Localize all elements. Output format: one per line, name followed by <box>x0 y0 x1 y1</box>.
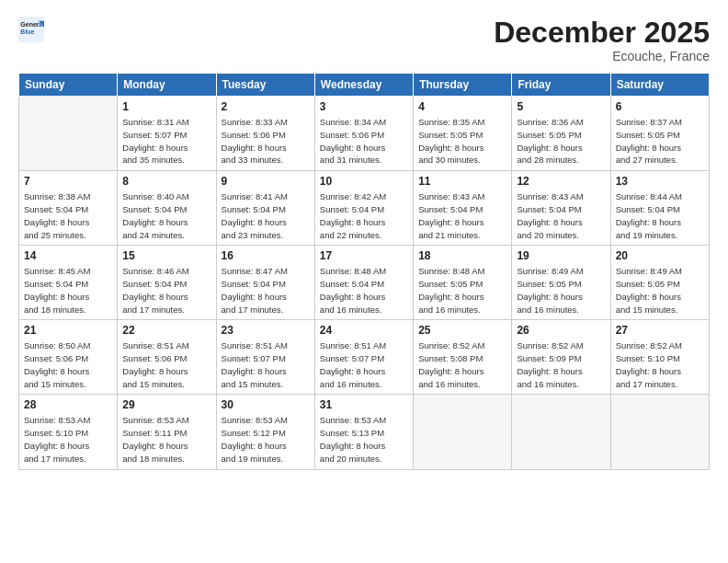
day-cell: 5Sunrise: 8:36 AMSunset: 5:05 PMDaylight… <box>512 97 610 171</box>
day-number: 29 <box>122 398 210 411</box>
day-cell: 2Sunrise: 8:33 AMSunset: 5:06 PMDaylight… <box>216 97 314 171</box>
day-cell: 20Sunrise: 8:49 AMSunset: 5:05 PMDayligh… <box>610 246 709 320</box>
weekday-header-tuesday: Tuesday <box>216 74 314 97</box>
day-cell: 19Sunrise: 8:49 AMSunset: 5:05 PMDayligh… <box>512 246 610 320</box>
day-info: Sunrise: 8:45 AMSunset: 5:04 PMDaylight:… <box>24 265 112 316</box>
day-number: 19 <box>517 249 605 262</box>
day-info: Sunrise: 8:53 AMSunset: 5:10 PMDaylight:… <box>24 414 112 465</box>
week-row-5: 28Sunrise: 8:53 AMSunset: 5:10 PMDayligh… <box>19 395 710 469</box>
day-cell: 23Sunrise: 8:51 AMSunset: 5:07 PMDayligh… <box>216 320 314 395</box>
day-info: Sunrise: 8:40 AMSunset: 5:04 PMDaylight:… <box>122 190 210 241</box>
month-title: December 2025 <box>494 17 710 49</box>
day-number: 31 <box>320 398 408 411</box>
day-number: 24 <box>320 324 408 337</box>
day-info: Sunrise: 8:51 AMSunset: 5:07 PMDaylight:… <box>320 339 408 390</box>
day-number: 30 <box>222 398 310 411</box>
day-cell: 30Sunrise: 8:53 AMSunset: 5:12 PMDayligh… <box>216 395 314 469</box>
day-cell: 3Sunrise: 8:34 AMSunset: 5:06 PMDaylight… <box>314 97 413 171</box>
weekday-header-monday: Monday <box>118 74 216 97</box>
day-cell: 25Sunrise: 8:52 AMSunset: 5:08 PMDayligh… <box>414 320 512 395</box>
day-info: Sunrise: 8:53 AMSunset: 5:13 PMDaylight:… <box>320 414 408 465</box>
day-cell: 14Sunrise: 8:45 AMSunset: 5:04 PMDayligh… <box>19 246 118 320</box>
day-info: Sunrise: 8:31 AMSunset: 5:07 PMDaylight:… <box>122 116 210 167</box>
day-info: Sunrise: 8:41 AMSunset: 5:04 PMDaylight:… <box>222 190 310 241</box>
day-info: Sunrise: 8:37 AMSunset: 5:05 PMDaylight:… <box>616 116 704 167</box>
day-cell: 15Sunrise: 8:46 AMSunset: 5:04 PMDayligh… <box>118 246 216 320</box>
day-cell: 6Sunrise: 8:37 AMSunset: 5:05 PMDaylight… <box>610 97 709 171</box>
day-number: 21 <box>24 324 112 337</box>
day-info: Sunrise: 8:53 AMSunset: 5:12 PMDaylight:… <box>222 414 310 465</box>
weekday-header-thursday: Thursday <box>414 74 512 97</box>
day-cell: 29Sunrise: 8:53 AMSunset: 5:11 PMDayligh… <box>118 395 216 469</box>
day-info: Sunrise: 8:46 AMSunset: 5:04 PMDaylight:… <box>122 265 210 316</box>
day-number: 8 <box>122 175 210 188</box>
day-number: 14 <box>24 249 112 262</box>
day-number: 2 <box>222 100 310 113</box>
day-number: 26 <box>517 324 605 337</box>
day-number: 20 <box>616 249 704 262</box>
day-info: Sunrise: 8:43 AMSunset: 5:04 PMDaylight:… <box>517 190 605 241</box>
week-row-4: 21Sunrise: 8:50 AMSunset: 5:06 PMDayligh… <box>19 320 710 395</box>
day-cell: 7Sunrise: 8:38 AMSunset: 5:04 PMDaylight… <box>19 171 118 246</box>
svg-text:Blue: Blue <box>20 29 34 35</box>
day-info: Sunrise: 8:49 AMSunset: 5:05 PMDaylight:… <box>616 265 704 316</box>
page: General Blue December 2025 Ecouche, Fran… <box>0 0 728 563</box>
day-cell: 18Sunrise: 8:48 AMSunset: 5:05 PMDayligh… <box>414 246 512 320</box>
day-cell: 1Sunrise: 8:31 AMSunset: 5:07 PMDaylight… <box>118 97 216 171</box>
day-number: 27 <box>616 324 704 337</box>
day-info: Sunrise: 8:50 AMSunset: 5:06 PMDaylight:… <box>24 339 112 390</box>
day-number: 3 <box>320 100 408 113</box>
day-info: Sunrise: 8:38 AMSunset: 5:04 PMDaylight:… <box>24 190 112 241</box>
calendar-table: SundayMondayTuesdayWednesdayThursdayFrid… <box>18 73 710 469</box>
day-cell: 31Sunrise: 8:53 AMSunset: 5:13 PMDayligh… <box>314 395 413 469</box>
day-cell: 24Sunrise: 8:51 AMSunset: 5:07 PMDayligh… <box>314 320 413 395</box>
day-cell: 12Sunrise: 8:43 AMSunset: 5:04 PMDayligh… <box>512 171 610 246</box>
day-number: 15 <box>122 249 210 262</box>
day-cell <box>610 395 709 469</box>
day-info: Sunrise: 8:52 AMSunset: 5:09 PMDaylight:… <box>517 339 605 390</box>
day-cell: 8Sunrise: 8:40 AMSunset: 5:04 PMDaylight… <box>118 171 216 246</box>
day-cell <box>19 97 118 171</box>
day-number: 9 <box>222 175 310 188</box>
logo: General Blue <box>18 17 44 42</box>
day-number: 13 <box>616 175 704 188</box>
day-number: 7 <box>24 175 112 188</box>
location-subtitle: Ecouche, France <box>494 49 710 63</box>
day-number: 22 <box>122 324 210 337</box>
day-cell: 28Sunrise: 8:53 AMSunset: 5:10 PMDayligh… <box>19 395 118 469</box>
day-info: Sunrise: 8:36 AMSunset: 5:05 PMDaylight:… <box>517 116 605 167</box>
day-number: 17 <box>320 249 408 262</box>
day-cell: 4Sunrise: 8:35 AMSunset: 5:05 PMDaylight… <box>414 97 512 171</box>
day-cell: 16Sunrise: 8:47 AMSunset: 5:04 PMDayligh… <box>216 246 314 320</box>
day-info: Sunrise: 8:33 AMSunset: 5:06 PMDaylight:… <box>222 116 310 167</box>
title-block: December 2025 Ecouche, France <box>494 17 710 63</box>
weekday-header-wednesday: Wednesday <box>314 74 413 97</box>
day-number: 1 <box>122 100 210 113</box>
weekday-header-friday: Friday <box>512 74 610 97</box>
day-info: Sunrise: 8:35 AMSunset: 5:05 PMDaylight:… <box>418 116 506 167</box>
header: General Blue December 2025 Ecouche, Fran… <box>18 17 710 63</box>
day-cell: 22Sunrise: 8:51 AMSunset: 5:06 PMDayligh… <box>118 320 216 395</box>
day-number: 16 <box>222 249 310 262</box>
day-cell <box>414 395 512 469</box>
day-number: 18 <box>418 249 506 262</box>
day-info: Sunrise: 8:42 AMSunset: 5:04 PMDaylight:… <box>320 190 408 241</box>
day-cell: 11Sunrise: 8:43 AMSunset: 5:04 PMDayligh… <box>414 171 512 246</box>
day-info: Sunrise: 8:53 AMSunset: 5:11 PMDaylight:… <box>122 414 210 465</box>
day-cell: 26Sunrise: 8:52 AMSunset: 5:09 PMDayligh… <box>512 320 610 395</box>
weekday-header-sunday: Sunday <box>19 74 118 97</box>
day-info: Sunrise: 8:48 AMSunset: 5:05 PMDaylight:… <box>418 265 506 316</box>
day-info: Sunrise: 8:52 AMSunset: 5:10 PMDaylight:… <box>616 339 704 390</box>
day-number: 10 <box>320 175 408 188</box>
day-number: 5 <box>517 100 605 113</box>
day-info: Sunrise: 8:44 AMSunset: 5:04 PMDaylight:… <box>616 190 704 241</box>
weekday-header-row: SundayMondayTuesdayWednesdayThursdayFrid… <box>19 74 710 97</box>
day-number: 25 <box>418 324 506 337</box>
day-info: Sunrise: 8:48 AMSunset: 5:04 PMDaylight:… <box>320 265 408 316</box>
day-info: Sunrise: 8:43 AMSunset: 5:04 PMDaylight:… <box>418 190 506 241</box>
day-cell <box>512 395 610 469</box>
week-row-2: 7Sunrise: 8:38 AMSunset: 5:04 PMDaylight… <box>19 171 710 246</box>
day-number: 4 <box>418 100 506 113</box>
day-info: Sunrise: 8:52 AMSunset: 5:08 PMDaylight:… <box>418 339 506 390</box>
day-info: Sunrise: 8:51 AMSunset: 5:06 PMDaylight:… <box>122 339 210 390</box>
